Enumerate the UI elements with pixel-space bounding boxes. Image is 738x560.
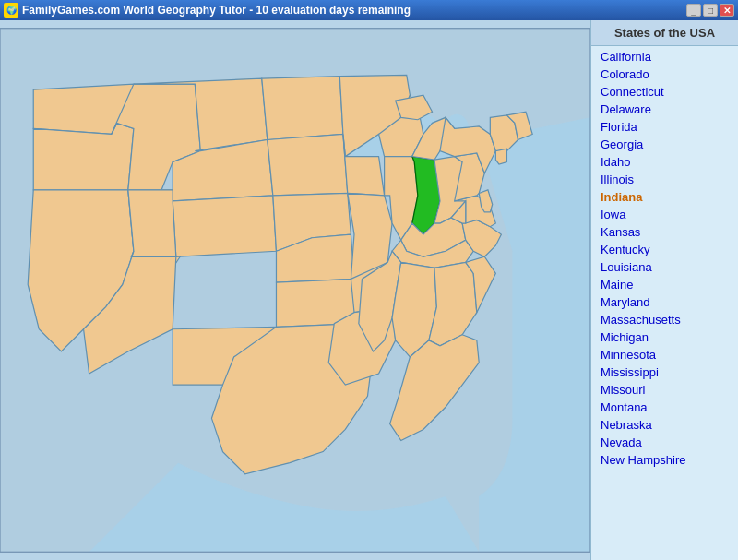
state-list-item[interactable]: Colorado: [591, 66, 738, 83]
state-list-item[interactable]: Massachusetts: [591, 311, 738, 328]
state-list-item[interactable]: Nebraska: [591, 416, 738, 434]
state-list-item[interactable]: Georgia: [591, 136, 738, 153]
state-list-item[interactable]: Iowa: [591, 206, 738, 223]
state-list-item[interactable]: Connecticut: [591, 83, 738, 101]
state-list-item[interactable]: Illinois: [591, 171, 738, 188]
right-panel: States of the USA CaliforniaColoradoConn…: [590, 20, 738, 560]
state-oregon[interactable]: [33, 123, 134, 189]
maximize-button[interactable]: □: [703, 4, 718, 17]
state-list-item[interactable]: Minnesota: [591, 346, 738, 363]
state-list-item[interactable]: Indiana: [591, 188, 738, 206]
title-bar: 🌍 FamilyGames.com World Geography Tutor …: [0, 0, 738, 20]
state-ct-ri[interactable]: [495, 149, 506, 164]
close-button[interactable]: ✕: [720, 4, 734, 17]
states-header: States of the USA: [591, 20, 738, 46]
state-list-item[interactable]: Florida: [591, 118, 738, 136]
state-list-item[interactable]: Kansas: [591, 223, 738, 241]
minimize-button[interactable]: _: [686, 4, 701, 17]
states-list[interactable]: CaliforniaColoradoConnecticutDelawareFlo…: [591, 46, 738, 560]
state-list-item[interactable]: Idaho: [591, 153, 738, 171]
states-list-container: CaliforniaColoradoConnecticutDelawareFlo…: [591, 46, 738, 560]
state-list-item[interactable]: Delaware: [591, 101, 738, 118]
state-list-item[interactable]: Mississippi: [591, 363, 738, 381]
window-controls: _ □ ✕: [686, 4, 734, 17]
app-icon: 🌍: [4, 3, 18, 18]
state-list-item[interactable]: Michigan: [591, 328, 738, 346]
state-south-dakota[interactable]: [268, 134, 348, 195]
state-north-dakota[interactable]: [262, 77, 343, 140]
main-container: States of the USA CaliforniaColoradoConn…: [0, 20, 738, 560]
title-text: FamilyGames.com World Geography Tutor - …: [22, 4, 411, 17]
state-list-item[interactable]: New Hampshire: [591, 451, 738, 469]
state-colorado[interactable]: [173, 196, 276, 256]
state-list-item[interactable]: Missouri: [591, 381, 738, 399]
state-list-item[interactable]: California: [591, 48, 738, 66]
state-list-item[interactable]: Maryland: [591, 293, 738, 311]
state-list-item[interactable]: Maine: [591, 276, 738, 293]
state-utah[interactable]: [128, 190, 176, 256]
map-area[interactable]: [0, 20, 590, 560]
state-list-item[interactable]: Nevada: [591, 434, 738, 451]
state-list-item[interactable]: Louisiana: [591, 258, 738, 276]
state-list-item[interactable]: Montana: [591, 399, 738, 416]
state-list-item[interactable]: Kentucky: [591, 241, 738, 258]
usa-map[interactable]: [0, 20, 590, 560]
